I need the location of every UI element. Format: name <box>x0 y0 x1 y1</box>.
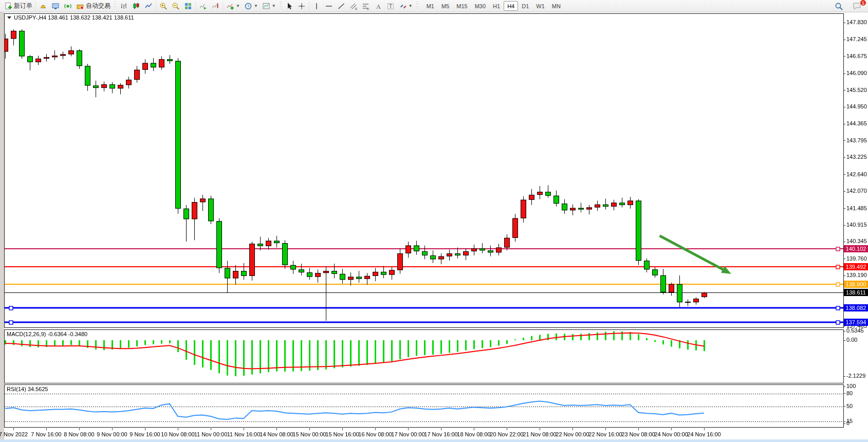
macd-axis-tick <box>843 376 845 377</box>
notification-badge: 1 <box>860 0 866 6</box>
fibonacci-tool-button[interactable]: F <box>360 1 372 11</box>
price-tick-label: 143.225 <box>846 154 867 160</box>
templates-button[interactable]: ▼ <box>260 1 278 11</box>
fibonacci-icon: F <box>362 2 370 10</box>
trendline-tool-button[interactable] <box>335 1 347 11</box>
timeframe-button-m1[interactable]: M1 <box>423 1 438 11</box>
rsi-axis-tick <box>843 386 845 387</box>
main-chart-canvas[interactable] <box>5 14 844 328</box>
zoom-in-button[interactable] <box>157 1 170 11</box>
signals-button[interactable] <box>62 1 74 11</box>
line-chart-button[interactable] <box>142 1 155 11</box>
text-tool-button[interactable]: A <box>372 1 384 11</box>
time-axis-tick <box>145 428 145 430</box>
chart-menu-icon[interactable] <box>7 16 11 19</box>
bar-chart-button[interactable] <box>118 1 130 11</box>
timeframe-button-m15[interactable]: M15 <box>453 1 471 11</box>
time-axis-tick <box>211 428 211 430</box>
price-line-label: 138.900 <box>844 281 868 288</box>
chevron-down-icon: ▼ <box>236 4 240 8</box>
channel-tool-button[interactable]: E <box>347 1 360 11</box>
rsi-canvas[interactable] <box>5 385 844 427</box>
price-tick-label: 146.090 <box>846 70 867 76</box>
macd-tick-label: 0.5345 <box>846 327 864 334</box>
timeframe-button-d1[interactable]: D1 <box>518 1 532 11</box>
crosshair-tool-button[interactable] <box>296 1 308 11</box>
timeframe-button-mn[interactable]: MN <box>548 1 564 11</box>
timeframe-button-h1[interactable]: H1 <box>489 1 504 11</box>
cursor-tool-button[interactable] <box>283 1 296 11</box>
time-axis-tick <box>46 428 47 430</box>
time-axis-tick <box>507 428 507 430</box>
price-tick-label: 142.640 <box>846 171 867 177</box>
time-axis-tick <box>276 428 277 430</box>
chevron-down-icon: ▼ <box>254 4 258 8</box>
text-label-tool-button[interactable]: T <box>384 1 397 11</box>
rsi-axis-tick <box>843 406 845 407</box>
price-axis-tick <box>843 259 845 259</box>
horizontal-line-icon <box>325 2 333 10</box>
timeframe-button-w1[interactable]: W1 <box>532 1 548 11</box>
gold-button[interactable] <box>37 1 49 11</box>
indicators-button[interactable]: ▼ <box>224 1 242 11</box>
price-axis-tick <box>843 157 845 158</box>
mt4-window: 新订单 自动交易 ▼ ▼ ▼ E F A T ▼ <box>0 0 868 442</box>
pane-divider-macd[interactable] <box>4 328 844 329</box>
trendline-icon <box>337 2 345 10</box>
candlestick-chart-icon <box>132 2 140 10</box>
rsi-tick-label: 80 <box>846 390 853 396</box>
time-axis-tick <box>638 428 639 430</box>
horizontal-line-tool-button[interactable] <box>323 1 335 11</box>
text-label-icon: T <box>386 2 395 10</box>
notifications-button[interactable]: 1 <box>851 1 864 11</box>
price-axis-tick <box>843 56 845 57</box>
arrows-tool-button[interactable]: ▼ <box>397 1 415 11</box>
zoom-out-button[interactable] <box>170 1 182 11</box>
price-tick-label: 142.070 <box>846 188 867 194</box>
periods-button[interactable]: ▼ <box>242 1 260 11</box>
pane-divider-rsi[interactable] <box>4 383 844 384</box>
price-tick-label: 144.950 <box>846 103 867 109</box>
price-axis-tick <box>843 90 845 90</box>
time-axis-tick <box>605 428 606 430</box>
market-watch-button[interactable] <box>49 1 62 11</box>
time-axis-tick <box>79 428 80 430</box>
vertical-line-tool-button[interactable] <box>310 1 323 11</box>
macd-tick-label: 0.00 <box>846 337 857 343</box>
price-axis-tick <box>843 191 845 192</box>
price-axis-tick <box>843 73 845 74</box>
price-axis-tick <box>843 107 845 107</box>
tile-windows-button[interactable] <box>182 1 194 11</box>
rsi-label: RSI(14) 34.5625 <box>7 386 48 392</box>
timeframe-button-m5[interactable]: M5 <box>438 1 453 11</box>
new-order-button[interactable]: 新订单 <box>2 1 34 11</box>
price-tick-label: 139.190 <box>846 272 867 278</box>
new-order-label: 新订单 <box>14 2 32 10</box>
rsi-tick-label: 0 <box>846 420 849 426</box>
price-tick-label: 140.915 <box>846 222 867 228</box>
time-axis-tick <box>671 428 672 430</box>
time-axis-tick <box>704 428 705 430</box>
rsi-axis-tick <box>843 423 845 424</box>
time-axis-tick <box>572 428 573 430</box>
search-icon <box>835 2 843 11</box>
auto-scroll-icon <box>199 2 207 10</box>
text-a-icon: A <box>374 2 382 10</box>
time-axis-tick <box>112 428 113 430</box>
price-axis-tick <box>843 140 845 141</box>
autotrading-button[interactable]: 自动交易 <box>74 1 113 11</box>
search-button[interactable] <box>833 1 845 11</box>
cursor-icon <box>285 2 293 10</box>
time-axis-tick <box>408 428 409 430</box>
macd-canvas[interactable] <box>5 330 844 383</box>
monitor-icon <box>51 2 60 10</box>
svg-text:F: F <box>367 7 369 10</box>
auto-scroll-button[interactable] <box>197 1 209 11</box>
timeframe-button-h4[interactable]: H4 <box>504 1 518 11</box>
chart-shift-button[interactable] <box>209 1 221 11</box>
window-edge <box>0 12 4 442</box>
timeframe-button-m30[interactable]: M30 <box>471 1 489 11</box>
candlestick-chart-button[interactable] <box>130 1 142 11</box>
price-tick-label: 147.830 <box>846 19 867 25</box>
time-axis-tick <box>13 428 14 430</box>
